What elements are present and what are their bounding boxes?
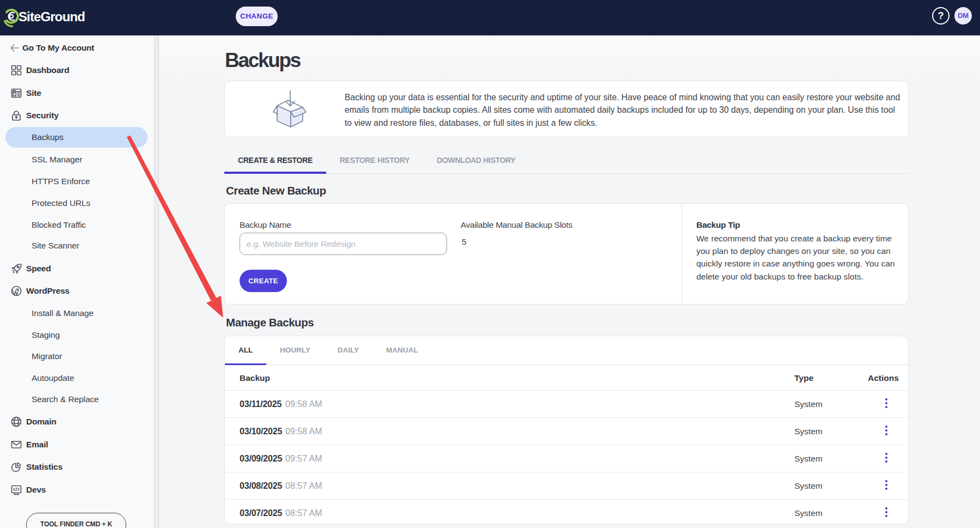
- svg-text:SiteGround: SiteGround: [19, 9, 85, 24]
